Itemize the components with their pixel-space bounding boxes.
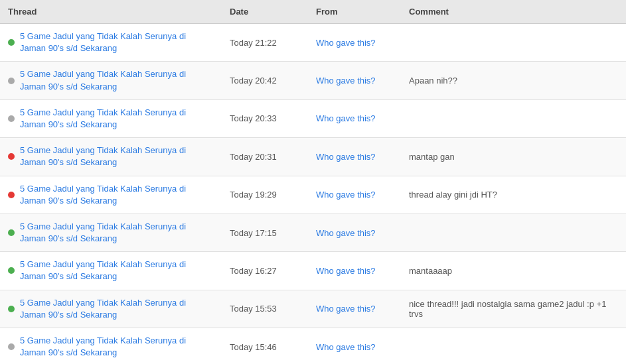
table-row: 5 Game Jadul yang Tidak Kalah Serunya di… [0,328,626,365]
table-row: 5 Game Jadul yang Tidak Kalah Serunya di… [0,138,626,176]
comment-cell: nice thread!!! jadi nostalgia sama game2… [401,290,626,328]
date-cell: Today 19:29 [222,176,308,213]
from-link[interactable]: Who gave this? [316,266,376,276]
comment-cell [401,328,626,365]
table-header-row: Thread Date From Comment [0,0,626,24]
thread-cell: 5 Game Jadul yang Tidak Kalah Serunya di… [0,176,222,213]
comment-cell: mantap gan [401,138,626,176]
date-cell: Today 15:53 [222,290,308,328]
table-row: 5 Game Jadul yang Tidak Kalah Serunya di… [0,252,626,290]
from-cell: Who gave this? [308,290,401,328]
thread-cell: 5 Game Jadul yang Tidak Kalah Serunya di… [0,252,222,290]
thread-link[interactable]: 5 Game Jadul yang Tidak Kalah Serunya di… [20,30,214,54]
status-dot [8,115,15,122]
thread-cell: 5 Game Jadul yang Tidak Kalah Serunya di… [0,138,222,176]
from-cell: Who gave this? [308,176,401,213]
thread-cell: 5 Game Jadul yang Tidak Kalah Serunya di… [0,24,222,62]
from-link[interactable]: Who gave this? [316,113,376,123]
status-dot [8,192,15,198]
from-link[interactable]: Who gave this? [316,342,376,352]
column-header-thread: Thread [0,0,222,24]
from-cell: Who gave this? [308,24,401,62]
status-dot [8,78,15,84]
column-header-from: From [308,0,401,24]
from-cell: Who gave this? [308,213,401,251]
thread-cell: 5 Game Jadul yang Tidak Kalah Serunya di… [0,213,222,251]
date-cell: Today 21:22 [222,24,308,62]
table-row: 5 Game Jadul yang Tidak Kalah Serunya di… [0,99,626,137]
status-dot [8,39,15,46]
from-cell: Who gave this? [308,99,401,137]
from-link[interactable]: Who gave this? [316,152,376,162]
from-link[interactable]: Who gave this? [316,38,376,48]
table-row: 5 Game Jadul yang Tidak Kalah Serunya di… [0,62,626,99]
thread-link[interactable]: 5 Game Jadul yang Tidak Kalah Serunya di… [20,297,214,321]
thread-link[interactable]: 5 Game Jadul yang Tidak Kalah Serunya di… [20,145,214,168]
table-row: 5 Game Jadul yang Tidak Kalah Serunya di… [0,24,626,62]
from-link[interactable]: Who gave this? [316,304,376,314]
date-cell: Today 20:33 [222,99,308,137]
status-dot [8,267,15,274]
thread-link[interactable]: 5 Game Jadul yang Tidak Kalah Serunya di… [20,221,214,245]
comment-cell: mantaaaap [401,252,626,290]
date-cell: Today 20:42 [222,62,308,99]
thread-cell: 5 Game Jadul yang Tidak Kalah Serunya di… [0,62,222,99]
status-dot [8,153,15,160]
thread-cell: 5 Game Jadul yang Tidak Kalah Serunya di… [0,328,222,365]
status-dot [8,306,15,312]
from-link[interactable]: Who gave this? [316,228,376,238]
from-link[interactable]: Who gave this? [316,190,376,200]
date-cell: Today 17:15 [222,213,308,251]
thread-cell: 5 Game Jadul yang Tidak Kalah Serunya di… [0,290,222,328]
status-dot [8,229,15,236]
date-cell: Today 20:31 [222,138,308,176]
table-row: 5 Game Jadul yang Tidak Kalah Serunya di… [0,176,626,213]
table-row: 5 Game Jadul yang Tidak Kalah Serunya di… [0,213,626,251]
from-cell: Who gave this? [308,328,401,365]
thread-cell: 5 Game Jadul yang Tidak Kalah Serunya di… [0,99,222,137]
from-link[interactable]: Who gave this? [316,76,376,86]
comment-cell [401,213,626,251]
from-cell: Who gave this? [308,252,401,290]
reputation-table: Thread Date From Comment 5 Game Jadul ya… [0,0,626,364]
column-header-comment: Comment [401,0,626,24]
comment-cell [401,24,626,62]
from-cell: Who gave this? [308,62,401,99]
column-header-date: Date [222,0,308,24]
date-cell: Today 15:46 [222,328,308,365]
status-dot [8,343,15,350]
thread-link[interactable]: 5 Game Jadul yang Tidak Kalah Serunya di… [20,183,214,207]
from-cell: Who gave this? [308,138,401,176]
thread-link[interactable]: 5 Game Jadul yang Tidak Kalah Serunya di… [20,107,214,131]
comment-cell: Apaan nih?? [401,62,626,99]
thread-link[interactable]: 5 Game Jadul yang Tidak Kalah Serunya di… [20,68,214,92]
thread-link[interactable]: 5 Game Jadul yang Tidak Kalah Serunya di… [20,259,214,282]
date-cell: Today 16:27 [222,252,308,290]
table-row: 5 Game Jadul yang Tidak Kalah Serunya di… [0,290,626,328]
comment-cell [401,99,626,137]
thread-link[interactable]: 5 Game Jadul yang Tidak Kalah Serunya di… [20,335,214,359]
comment-cell: thread alay gini jdi HT? [401,176,626,213]
